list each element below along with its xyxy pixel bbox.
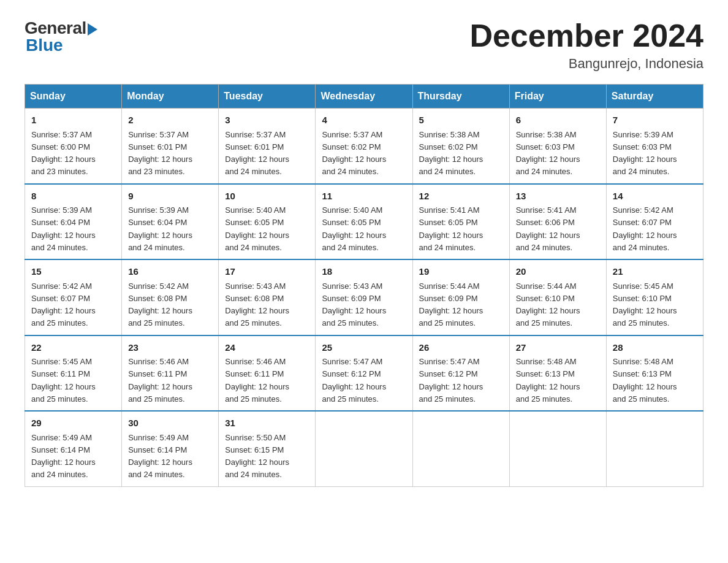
page-header: General Blue December 2024 Bangunrejo, I…	[25, 18, 703, 72]
col-monday: Monday	[122, 85, 219, 109]
month-title: December 2024	[469, 18, 703, 53]
day-number: 30	[128, 416, 212, 431]
day-info: Sunrise: 5:37 AMSunset: 6:02 PMDaylight:…	[322, 130, 386, 177]
day-info: Sunrise: 5:41 AMSunset: 6:06 PMDaylight:…	[516, 205, 580, 252]
day-number: 8	[31, 190, 115, 204]
day-info: Sunrise: 5:47 AMSunset: 6:12 PMDaylight:…	[322, 357, 386, 404]
day-number: 3	[225, 113, 309, 128]
day-info: Sunrise: 5:45 AMSunset: 6:10 PMDaylight:…	[613, 282, 677, 328]
day-number: 16	[128, 265, 212, 279]
day-number: 2	[128, 113, 212, 128]
calendar-cell: 15 Sunrise: 5:42 AMSunset: 6:07 PMDaylig…	[25, 259, 122, 335]
day-info: Sunrise: 5:38 AMSunset: 6:03 PMDaylight:…	[516, 130, 580, 177]
calendar-cell: 30 Sunrise: 5:49 AMSunset: 6:14 PMDaylig…	[122, 411, 219, 486]
day-info: Sunrise: 5:42 AMSunset: 6:07 PMDaylight:…	[613, 205, 677, 252]
day-info: Sunrise: 5:39 AMSunset: 6:03 PMDaylight:…	[613, 130, 677, 177]
day-number: 18	[322, 265, 406, 279]
day-info: Sunrise: 5:39 AMSunset: 6:04 PMDaylight:…	[31, 205, 96, 252]
day-number: 13	[516, 190, 600, 204]
day-number: 23	[128, 341, 212, 355]
calendar-cell: 8 Sunrise: 5:39 AMSunset: 6:04 PMDayligh…	[25, 184, 122, 260]
calendar-cell	[509, 411, 606, 486]
logo-text-blue: Blue	[26, 36, 63, 55]
calendar-cell: 25 Sunrise: 5:47 AMSunset: 6:12 PMDaylig…	[316, 335, 412, 412]
calendar-cell: 9 Sunrise: 5:39 AMSunset: 6:04 PMDayligh…	[122, 184, 219, 260]
calendar-cell: 24 Sunrise: 5:46 AMSunset: 6:11 PMDaylig…	[219, 335, 316, 412]
day-number: 24	[225, 341, 309, 355]
day-number: 12	[419, 190, 503, 204]
title-area: December 2024 Bangunrejo, Indonesia	[469, 18, 703, 72]
day-info: Sunrise: 5:47 AMSunset: 6:12 PMDaylight:…	[419, 357, 483, 404]
calendar-week-3: 15 Sunrise: 5:42 AMSunset: 6:07 PMDaylig…	[25, 259, 703, 335]
day-number: 10	[225, 190, 309, 204]
day-number: 11	[322, 190, 406, 204]
day-info: Sunrise: 5:46 AMSunset: 6:11 PMDaylight:…	[225, 357, 289, 404]
day-number: 14	[613, 190, 697, 204]
day-number: 25	[322, 341, 406, 355]
day-info: Sunrise: 5:40 AMSunset: 6:05 PMDaylight:…	[225, 205, 289, 252]
day-info: Sunrise: 5:49 AMSunset: 6:14 PMDaylight:…	[31, 433, 96, 480]
day-info: Sunrise: 5:44 AMSunset: 6:10 PMDaylight:…	[516, 282, 580, 328]
calendar-cell: 10 Sunrise: 5:40 AMSunset: 6:05 PMDaylig…	[219, 184, 316, 260]
calendar-cell: 4 Sunrise: 5:37 AMSunset: 6:02 PMDayligh…	[316, 109, 412, 184]
location: Bangunrejo, Indonesia	[469, 56, 703, 72]
calendar-cell: 5 Sunrise: 5:38 AMSunset: 6:02 PMDayligh…	[412, 109, 509, 184]
day-number: 29	[31, 416, 115, 431]
calendar-cell: 14 Sunrise: 5:42 AMSunset: 6:07 PMDaylig…	[606, 184, 703, 260]
day-number: 31	[225, 416, 309, 431]
day-info: Sunrise: 5:37 AMSunset: 6:01 PMDaylight:…	[128, 130, 192, 177]
calendar-week-1: 1 Sunrise: 5:37 AMSunset: 6:00 PMDayligh…	[25, 109, 703, 184]
day-info: Sunrise: 5:48 AMSunset: 6:13 PMDaylight:…	[516, 357, 580, 404]
day-info: Sunrise: 5:43 AMSunset: 6:09 PMDaylight:…	[322, 282, 386, 328]
calendar-cell	[316, 411, 412, 486]
col-wednesday: Wednesday	[316, 85, 412, 109]
calendar-cell: 29 Sunrise: 5:49 AMSunset: 6:14 PMDaylig…	[25, 411, 122, 486]
day-info: Sunrise: 5:45 AMSunset: 6:11 PMDaylight:…	[31, 357, 96, 404]
day-info: Sunrise: 5:37 AMSunset: 6:00 PMDaylight:…	[31, 130, 96, 177]
logo-triangle-icon	[88, 23, 97, 36]
day-number: 27	[516, 341, 600, 355]
day-info: Sunrise: 5:49 AMSunset: 6:14 PMDaylight:…	[128, 433, 192, 480]
day-number: 1	[31, 113, 115, 128]
day-info: Sunrise: 5:46 AMSunset: 6:11 PMDaylight:…	[128, 357, 192, 404]
day-number: 19	[419, 265, 503, 279]
day-info: Sunrise: 5:50 AMSunset: 6:15 PMDaylight:…	[225, 433, 289, 480]
calendar-week-5: 29 Sunrise: 5:49 AMSunset: 6:14 PMDaylig…	[25, 411, 703, 486]
day-number: 9	[128, 190, 212, 204]
calendar-cell: 18 Sunrise: 5:43 AMSunset: 6:09 PMDaylig…	[316, 259, 412, 335]
calendar-week-2: 8 Sunrise: 5:39 AMSunset: 6:04 PMDayligh…	[25, 184, 703, 260]
day-info: Sunrise: 5:42 AMSunset: 6:07 PMDaylight:…	[31, 282, 96, 328]
day-number: 6	[516, 113, 600, 128]
calendar-cell: 19 Sunrise: 5:44 AMSunset: 6:09 PMDaylig…	[412, 259, 509, 335]
calendar-header-row: Sunday Monday Tuesday Wednesday Thursday…	[25, 85, 703, 109]
day-info: Sunrise: 5:48 AMSunset: 6:13 PMDaylight:…	[613, 357, 677, 404]
calendar-cell: 1 Sunrise: 5:37 AMSunset: 6:00 PMDayligh…	[25, 109, 122, 184]
day-info: Sunrise: 5:39 AMSunset: 6:04 PMDaylight:…	[128, 205, 192, 252]
calendar-cell: 27 Sunrise: 5:48 AMSunset: 6:13 PMDaylig…	[509, 335, 606, 412]
calendar-table: Sunday Monday Tuesday Wednesday Thursday…	[25, 84, 703, 487]
calendar-cell: 26 Sunrise: 5:47 AMSunset: 6:12 PMDaylig…	[412, 335, 509, 412]
day-info: Sunrise: 5:44 AMSunset: 6:09 PMDaylight:…	[419, 282, 483, 328]
day-number: 7	[613, 113, 697, 128]
day-info: Sunrise: 5:37 AMSunset: 6:01 PMDaylight:…	[225, 130, 289, 177]
col-sunday: Sunday	[25, 85, 122, 109]
day-number: 15	[31, 265, 115, 279]
calendar-cell: 22 Sunrise: 5:45 AMSunset: 6:11 PMDaylig…	[25, 335, 122, 412]
calendar-cell: 7 Sunrise: 5:39 AMSunset: 6:03 PMDayligh…	[606, 109, 703, 184]
calendar-cell: 11 Sunrise: 5:40 AMSunset: 6:05 PMDaylig…	[316, 184, 412, 260]
calendar-cell: 13 Sunrise: 5:41 AMSunset: 6:06 PMDaylig…	[509, 184, 606, 260]
day-info: Sunrise: 5:43 AMSunset: 6:08 PMDaylight:…	[225, 282, 289, 328]
logo: General Blue	[25, 18, 97, 55]
day-info: Sunrise: 5:42 AMSunset: 6:08 PMDaylight:…	[128, 282, 192, 328]
calendar-cell	[412, 411, 509, 486]
calendar-cell: 21 Sunrise: 5:45 AMSunset: 6:10 PMDaylig…	[606, 259, 703, 335]
col-friday: Friday	[509, 85, 606, 109]
day-number: 4	[322, 113, 406, 128]
calendar-cell: 6 Sunrise: 5:38 AMSunset: 6:03 PMDayligh…	[509, 109, 606, 184]
calendar-week-4: 22 Sunrise: 5:45 AMSunset: 6:11 PMDaylig…	[25, 335, 703, 412]
calendar-cell: 17 Sunrise: 5:43 AMSunset: 6:08 PMDaylig…	[219, 259, 316, 335]
calendar-cell: 16 Sunrise: 5:42 AMSunset: 6:08 PMDaylig…	[122, 259, 219, 335]
day-number: 5	[419, 113, 503, 128]
calendar-cell: 3 Sunrise: 5:37 AMSunset: 6:01 PMDayligh…	[219, 109, 316, 184]
day-number: 26	[419, 341, 503, 355]
